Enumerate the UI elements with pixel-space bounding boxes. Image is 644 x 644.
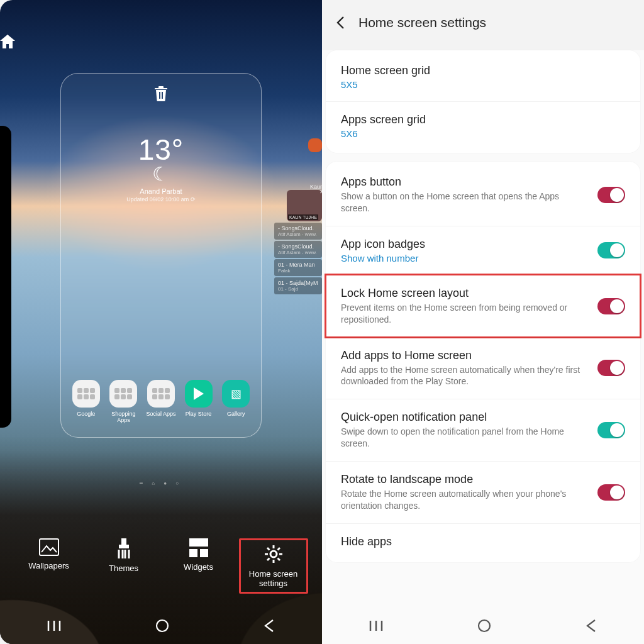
- recents-nav-icon[interactable]: [369, 620, 383, 631]
- apps-screen-grid-row[interactable]: Apps screen grid 5X6: [326, 101, 640, 150]
- list-item[interactable]: 01 - Sajda(MyM01 - Sajd: [274, 277, 322, 294]
- svg-point-6: [270, 551, 277, 557]
- wallpapers-icon: [14, 538, 84, 556]
- svg-rect-1: [121, 538, 126, 545]
- app-label: Play Store: [186, 411, 212, 417]
- list-item[interactable]: - SongsCloud.Atif Aslam - www.: [274, 223, 322, 240]
- moon-icon: ☾: [126, 163, 196, 185]
- home-nav-icon[interactable]: [155, 619, 169, 633]
- app-play-store[interactable]: Play Store: [182, 380, 216, 423]
- weather-widget[interactable]: 13° ☾ Anand Parbat Updated 09/02 10:00 a…: [126, 133, 196, 203]
- page-indicator: ━ ⌂ ● ○: [0, 480, 322, 486]
- delete-page-icon[interactable]: [154, 86, 168, 101]
- list-item[interactable]: 01 - Mera ManFalak: [274, 259, 322, 276]
- page-title: Home screen settings: [358, 15, 486, 30]
- svg-rect-5: [200, 549, 208, 557]
- app-label: Gallery: [227, 411, 245, 417]
- lock-layout-row[interactable]: Lock Home screen layout Prevent items on…: [326, 275, 640, 337]
- list-item[interactable]: - SongsCloud.Atif Aslam - www.: [274, 241, 322, 258]
- app-chip-icon: [308, 138, 322, 152]
- hide-apps-row[interactable]: Hide apps: [326, 523, 640, 560]
- music-header: Kaur: [274, 184, 322, 190]
- svg-rect-3: [189, 538, 208, 547]
- gear-icon: [242, 544, 305, 564]
- svg-rect-4: [189, 549, 197, 557]
- svg-point-7: [157, 620, 168, 631]
- apps-button-row[interactable]: Apps button Show a button on the Home sc…: [326, 164, 640, 226]
- settings-header: Home screen settings: [322, 0, 644, 50]
- prev-page-edge[interactable]: [0, 126, 11, 428]
- svg-rect-2: [119, 545, 129, 548]
- app-label: Social Apps: [146, 411, 175, 417]
- widgets-button[interactable]: Widgets: [164, 538, 233, 594]
- nav-bar: [0, 611, 322, 640]
- home-nav-icon[interactable]: [477, 619, 491, 633]
- app-label: Google: [77, 411, 95, 417]
- app-gallery[interactable]: ▧ Gallery: [219, 380, 253, 423]
- recents-nav-icon[interactable]: [47, 620, 61, 631]
- folder-shopping[interactable]: Shopping Apps: [106, 380, 140, 423]
- home-edit-screen: 13° ☾ Anand Parbat Updated 09/02 10:00 a…: [0, 0, 322, 644]
- themes-button[interactable]: Themes: [89, 538, 158, 594]
- weather-updated: Updated 09/02 10:00 am ⟳: [126, 196, 196, 203]
- home-screen-grid-row[interactable]: Home screen grid 5X5: [326, 53, 640, 101]
- home-screen-settings-page: Home screen settings Home screen grid 5X…: [322, 0, 644, 644]
- app-icon-badges-row[interactable]: App icon badges Show with number: [326, 226, 640, 275]
- music-thumbnail: KAUN TUJHE: [287, 190, 322, 221]
- badges-toggle[interactable]: [597, 242, 625, 258]
- lock-layout-toggle[interactable]: [597, 298, 625, 314]
- home-icon[interactable]: [0, 35, 322, 48]
- back-nav-icon[interactable]: [586, 619, 597, 633]
- back-nav-icon[interactable]: [264, 619, 275, 633]
- weather-temp: 13°: [126, 133, 196, 167]
- nav-bar: [322, 608, 644, 644]
- home-page-preview[interactable]: 13° ☾ Anand Parbat Updated 09/02 10:00 a…: [60, 73, 262, 438]
- rotate-toggle[interactable]: [597, 484, 625, 501]
- svg-point-8: [479, 620, 490, 631]
- rotate-landscape-row[interactable]: Rotate to landscape mode Rotate the Home…: [326, 461, 640, 523]
- add-apps-row[interactable]: Add apps to Home screen Add apps to the …: [326, 337, 640, 399]
- weather-location: Anand Parbat: [126, 187, 196, 195]
- quick-open-toggle[interactable]: [597, 422, 625, 438]
- quick-open-row[interactable]: Quick-open notification panel Swipe down…: [326, 399, 640, 461]
- apps-button-toggle[interactable]: [597, 187, 625, 203]
- add-apps-toggle[interactable]: [597, 360, 625, 376]
- back-icon[interactable]: [336, 16, 345, 30]
- app-label: Shopping Apps: [111, 411, 135, 423]
- themes-icon: [89, 538, 158, 558]
- widgets-icon: [164, 538, 233, 557]
- wallpapers-button[interactable]: Wallpapers: [14, 538, 84, 594]
- folder-google[interactable]: Google: [69, 380, 103, 423]
- svg-rect-0: [40, 539, 58, 555]
- home-screen-settings-button[interactable]: Home screen settings: [239, 538, 308, 594]
- next-page-edge[interactable]: Kaur KAUN TUJHE - SongsCloud.Atif Aslam …: [274, 138, 322, 294]
- folder-social[interactable]: Social Apps: [144, 380, 178, 423]
